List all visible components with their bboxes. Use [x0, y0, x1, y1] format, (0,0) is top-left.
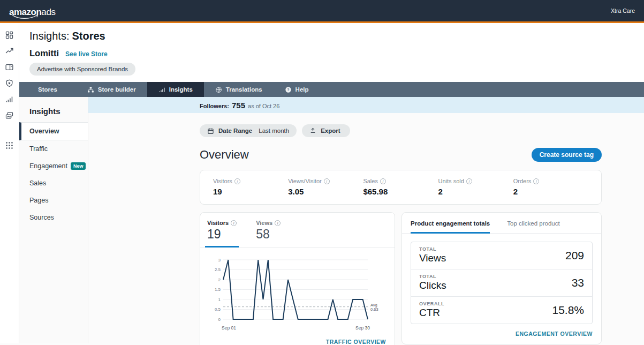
top-navbar: amazon ads Xtra Care: [0, 0, 644, 23]
info-icon[interactable]: [275, 220, 281, 226]
subnav-item-overview-label: Overview: [29, 128, 59, 135]
stat-sales-label: Sales: [363, 178, 378, 184]
tab-stores[interactable]: Stores: [19, 82, 76, 97]
engagement-row-ctr: OVERALL CTR 15.8%: [411, 296, 592, 324]
views-label: Views: [419, 252, 446, 264]
info-icon[interactable]: [533, 178, 539, 184]
new-badge: New: [71, 162, 86, 170]
apps-grid-icon[interactable]: [4, 140, 15, 150]
subnav-item-engagement[interactable]: Engagement New: [19, 158, 88, 175]
subnav-item-pages[interactable]: Pages: [19, 192, 88, 209]
see-live-store-link[interactable]: See live Store: [65, 50, 108, 58]
stat-views-visitor-label: Views/Visitor: [288, 178, 322, 184]
metric-tab-visitors[interactable]: Visitors 19: [205, 220, 239, 248]
page-title-emph: Stores: [72, 30, 105, 42]
ctr-label: CTR: [419, 307, 444, 319]
logo-ads-label: ads: [41, 8, 56, 17]
stat-visitors-value: 19: [213, 187, 288, 196]
stat-visitors: Visitors 19: [213, 178, 288, 196]
info-icon[interactable]: [466, 178, 472, 184]
insights-subnav: Insights Overview Traffic Engagement New…: [19, 97, 88, 343]
tab-stores-label: Stores: [38, 86, 57, 93]
svg-text:0.5: 0.5: [215, 307, 221, 312]
metric-tab-visitors-label: Visitors: [207, 220, 229, 226]
export-icon: [309, 128, 316, 134]
date-range-button[interactable]: Date Range Last month: [200, 124, 297, 137]
clicks-qualifier: TOTAL: [419, 274, 446, 279]
tab-store-builder-label: Store builder: [98, 86, 136, 93]
svg-text:1: 1: [218, 297, 221, 302]
engagement-tabs: Product engagement totals Top clicked pr…: [402, 213, 601, 234]
followers-asof: as of Oct 26: [248, 103, 279, 109]
stat-sales-value: $65.98: [363, 187, 438, 196]
followers-count: 755: [232, 101, 245, 110]
tab-insights[interactable]: Insights: [147, 82, 204, 97]
logo-text-amazon: amazon: [9, 8, 41, 17]
credit-card-icon[interactable]: [4, 62, 15, 72]
tab-translations[interactable]: Translations: [204, 82, 274, 97]
svg-text:Sep 30: Sep 30: [355, 325, 370, 331]
engagement-row-clicks: TOTAL Clicks 33: [411, 269, 592, 296]
xtra-care-link[interactable]: Xtra Care: [611, 8, 635, 14]
advertise-sponsored-brands-button[interactable]: Advertise with Sponsored Brands: [29, 63, 135, 76]
media-icon[interactable]: [4, 110, 15, 120]
tab-help[interactable]: ? Help: [274, 82, 320, 97]
shield-heart-icon[interactable]: [4, 78, 15, 88]
subnav-item-sources-label: Sources: [29, 214, 54, 221]
trend-up-icon[interactable]: [4, 46, 15, 56]
stat-orders-label: Orders: [513, 178, 532, 184]
clicks-value: 33: [572, 276, 584, 289]
dashboard-icon[interactable]: [4, 30, 15, 40]
globe-icon: [215, 86, 222, 93]
help-icon: ?: [285, 86, 292, 93]
ctr-qualifier: OVERALL: [419, 301, 444, 306]
metric-tab-views-label: Views: [256, 220, 272, 226]
tab-product-engagement-totals[interactable]: Product engagement totals: [411, 220, 490, 234]
info-icon[interactable]: [324, 178, 330, 184]
traffic-card: Visitors 19 Views 58 00.511.522.53Avg0.6…: [200, 212, 395, 345]
svg-text:Sep 01: Sep 01: [222, 325, 236, 331]
visitors-line-chart: 00.511.522.53Avg0.63Sep 01Sep 30: [206, 252, 388, 332]
followers-band: Followers: 755 as of Oct 26: [88, 97, 644, 113]
metric-tab-views-value: 58: [256, 227, 281, 242]
subnav-item-sales[interactable]: Sales: [19, 175, 88, 192]
bar-chart-icon[interactable]: [4, 94, 15, 104]
export-button[interactable]: Export: [302, 124, 350, 137]
toolbar: Date Range Last month Export: [200, 124, 602, 137]
subnav-heading: Insights: [19, 103, 88, 122]
info-icon[interactable]: [231, 220, 237, 226]
create-source-tag-button[interactable]: Create source tag: [532, 148, 602, 162]
metric-tab-views[interactable]: Views 58: [254, 220, 283, 247]
subnav-item-engagement-label: Engagement: [29, 162, 67, 170]
tab-top-clicked-product[interactable]: Top clicked product: [507, 220, 559, 233]
tab-store-builder[interactable]: Store builder: [76, 82, 147, 97]
svg-text:?: ?: [287, 87, 289, 91]
stat-units-sold: Units sold 2: [438, 178, 513, 196]
tab-translations-label: Translations: [226, 86, 262, 93]
views-qualifier: TOTAL: [419, 246, 446, 252]
store-name: Lomitti: [29, 48, 59, 58]
calendar-icon: [207, 128, 214, 134]
traffic-chart-area: 00.511.522.53Avg0.63Sep 01Sep 30: [200, 248, 395, 334]
icon-rail: [0, 23, 19, 343]
metric-tabs: Visitors 19 Views 58: [200, 213, 395, 248]
date-range-value: Last month: [259, 128, 289, 134]
info-icon[interactable]: [380, 178, 386, 184]
stat-orders: Orders 2: [513, 178, 588, 196]
store-header: Lomitti See live Store Advertise with Sp…: [19, 48, 644, 82]
subnav-item-traffic-label: Traffic: [29, 145, 48, 153]
subnav-item-sources[interactable]: Sources: [19, 209, 88, 226]
followers-label: Followers:: [200, 103, 229, 109]
engagement-overview-link[interactable]: ENGAGEMENT OVERVIEW: [516, 331, 593, 337]
tab-insights-label: Insights: [169, 86, 193, 93]
subnav-item-traffic[interactable]: Traffic: [19, 140, 88, 158]
sitemap-icon: [87, 86, 94, 93]
traffic-overview-link[interactable]: TRAFFIC OVERVIEW: [326, 339, 386, 345]
stat-visitors-label: Visitors: [213, 178, 232, 184]
svg-text:1.5: 1.5: [215, 287, 221, 292]
stat-orders-value: 2: [513, 187, 588, 196]
info-icon[interactable]: [234, 178, 240, 184]
subnav-item-pages-label: Pages: [29, 197, 48, 204]
amazon-ads-logo[interactable]: amazon ads: [9, 5, 56, 17]
subnav-item-overview[interactable]: Overview: [19, 122, 88, 140]
